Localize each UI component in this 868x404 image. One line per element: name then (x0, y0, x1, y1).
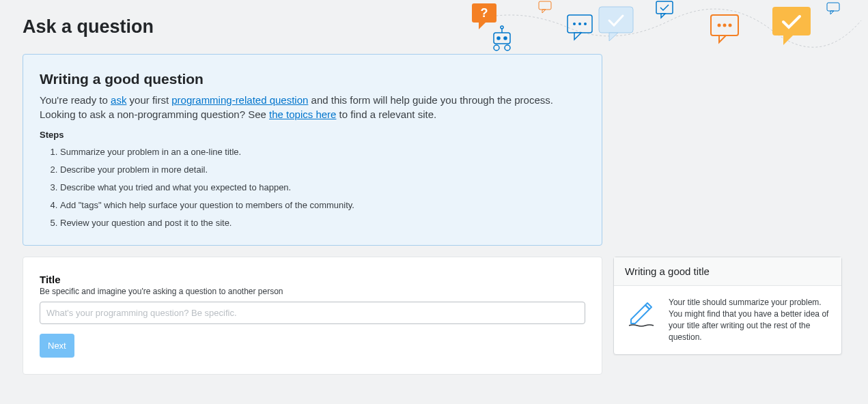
info-text-part: to find a relevant site. (336, 109, 436, 120)
programming-related-link[interactable]: programming-related question (171, 94, 308, 106)
title-field-description: Be specific and imagine you're asking a … (40, 287, 585, 296)
title-field-label: Title (40, 274, 585, 285)
sidebar-header: Writing a good title (614, 257, 841, 286)
step-item: Add "tags" which help surface your quest… (60, 200, 585, 212)
sidebar-tip-card: Writing a good title Your title should s… (613, 257, 842, 354)
step-item: Review your question and post it to the … (60, 218, 585, 229)
step-item: Summarize your problem in an a one-line … (60, 147, 585, 158)
info-text-part: You're ready to (40, 94, 111, 106)
steps-label: Steps (40, 130, 585, 140)
title-card: Title Be specific and imagine you're ask… (23, 257, 602, 375)
steps-list: Summarize your problem in an a one-line … (40, 147, 585, 229)
step-item: Describe your problem in more detail. (60, 164, 585, 176)
step-item: Describe what you tried and what you exp… (60, 182, 585, 194)
info-text: You're ready to ask your first programmi… (40, 93, 585, 121)
next-button[interactable]: Next (40, 334, 74, 358)
writing-good-question-box: Writing a good question You're ready to … (23, 54, 602, 246)
topics-link[interactable]: the topics here (269, 109, 336, 120)
page-title: Ask a question (23, 0, 845, 54)
ask-link[interactable]: ask (111, 94, 126, 106)
title-input[interactable] (40, 302, 585, 324)
pencil-icon (625, 297, 658, 330)
sidebar-tip-text: Your title should summarize your problem… (669, 297, 830, 343)
info-title: Writing a good question (40, 71, 585, 87)
info-text-part: your first (126, 94, 171, 106)
